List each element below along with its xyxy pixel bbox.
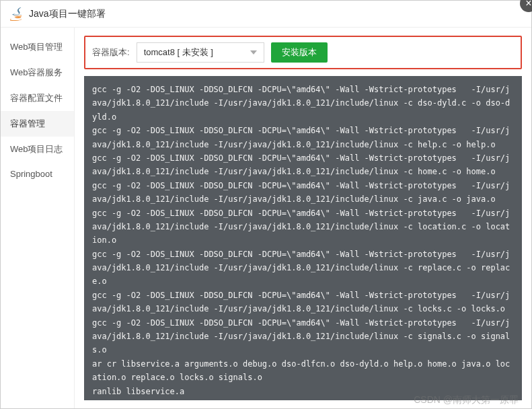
sidebar-item-springboot[interactable]: Springboot [1, 162, 74, 186]
dialog-body: Web项目管理 Web容器服务 容器配置文件 容器管理 Web项目日志 Spri… [1, 28, 531, 408]
sidebar-item-web-container[interactable]: Web容器服务 [1, 60, 74, 85]
sidebar-item-web-log[interactable]: Web项目日志 [1, 137, 74, 162]
selected-option: tomcat8 [ 未安装 ] [144, 46, 213, 59]
java-icon [10, 7, 24, 21]
sidebar-item-container-manage[interactable]: 容器管理 [1, 111, 74, 137]
install-button[interactable]: 安装版本 [271, 42, 328, 63]
sidebar: Web项目管理 Web容器服务 容器配置文件 容器管理 Web项目日志 Spri… [1, 28, 75, 408]
dialog-window: × Java项目一键部署 Web项目管理 Web容器服务 容器配置文件 容器管理… [0, 0, 532, 409]
version-select[interactable]: tomcat8 [ 未安装 ] [137, 42, 264, 63]
container-version-label: 容器版本: [92, 46, 130, 59]
version-control-row: 容器版本: tomcat8 [ 未安装 ] 安装版本 [84, 36, 522, 69]
sidebar-item-container-config[interactable]: 容器配置文件 [1, 85, 74, 111]
main-panel: 容器版本: tomcat8 [ 未安装 ] 安装版本 gcc -g -O2 -D… [75, 28, 531, 408]
window-title: Java项目一键部署 [29, 8, 106, 20]
sidebar-item-web-project[interactable]: Web项目管理 [1, 34, 74, 60]
titlebar: Java项目一键部署 [1, 1, 531, 28]
console-output[interactable]: gcc -g -O2 -DOS_LINUX -DDSO_DLFCN -DCPU=… [84, 76, 522, 400]
close-icon: × [525, 0, 531, 9]
